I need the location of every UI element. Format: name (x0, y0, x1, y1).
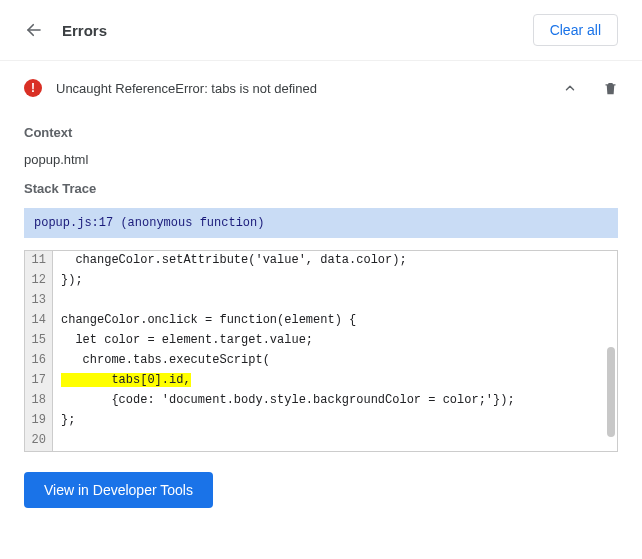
code-text (53, 291, 617, 311)
line-number: 20 (25, 431, 53, 451)
context-label: Context (24, 125, 618, 140)
code-line: 18 {code: 'document.body.style.backgroun… (25, 391, 617, 411)
stack-trace-label: Stack Trace (24, 181, 618, 196)
scrollbar[interactable] (607, 347, 615, 437)
error-item: ! Uncaught ReferenceError: tabs is not d… (24, 61, 618, 111)
line-number: 15 (25, 331, 53, 351)
code-text: }); (53, 271, 617, 291)
error-icon: ! (24, 79, 42, 97)
code-text: tabs[0].id, (53, 371, 617, 391)
context-value: popup.html (24, 152, 618, 167)
line-number: 13 (25, 291, 53, 311)
code-text: let color = element.target.value; (53, 331, 617, 351)
code-line: 13 (25, 291, 617, 311)
code-line: 12}); (25, 271, 617, 291)
clear-all-button[interactable]: Clear all (533, 14, 618, 46)
line-number: 17 (25, 371, 53, 391)
code-text: changeColor.onclick = function(element) … (53, 311, 617, 331)
code-line: 20 (25, 431, 617, 451)
line-number: 12 (25, 271, 53, 291)
code-text (53, 431, 617, 451)
line-number: 11 (25, 251, 53, 271)
error-message: Uncaught ReferenceError: tabs is not def… (56, 81, 317, 96)
line-number: 19 (25, 411, 53, 431)
collapse-chevron-icon[interactable] (563, 81, 577, 95)
line-number: 14 (25, 311, 53, 331)
line-number: 16 (25, 351, 53, 371)
code-line: 14changeColor.onclick = function(element… (25, 311, 617, 331)
code-text: }; (53, 411, 617, 431)
page-title: Errors (62, 22, 107, 39)
code-text: {code: 'document.body.style.backgroundCo… (53, 391, 617, 411)
line-number: 18 (25, 391, 53, 411)
code-line: 19}; (25, 411, 617, 431)
code-line: 11 changeColor.setAttribute('value', dat… (25, 251, 617, 271)
code-snippet: 11 changeColor.setAttribute('value', dat… (24, 250, 618, 452)
code-text: changeColor.setAttribute('value', data.c… (53, 251, 617, 271)
view-in-devtools-button[interactable]: View in Developer Tools (24, 472, 213, 508)
code-line: 15 let color = element.target.value; (25, 331, 617, 351)
code-text: chrome.tabs.executeScript( (53, 351, 617, 371)
back-arrow-icon[interactable] (24, 20, 44, 40)
code-line: 16 chrome.tabs.executeScript( (25, 351, 617, 371)
header-bar: Errors Clear all (0, 0, 642, 61)
stack-frame[interactable]: popup.js:17 (anonymous function) (24, 208, 618, 238)
code-line: 17 tabs[0].id, (25, 371, 617, 391)
trash-icon[interactable] (603, 80, 618, 97)
